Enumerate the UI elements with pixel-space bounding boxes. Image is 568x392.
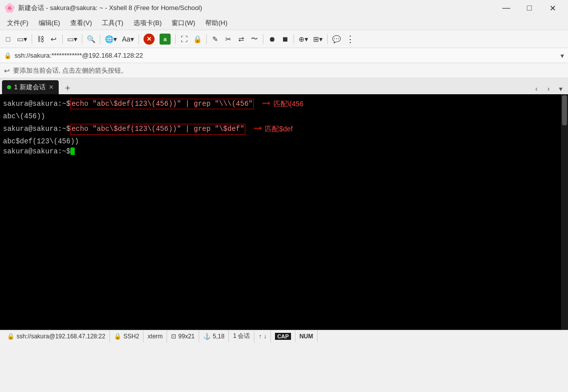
tab-add-button[interactable]: + <box>62 82 74 94</box>
tb-compose[interactable]: ✎ <box>209 32 221 46</box>
status-pos-icon: ⚓ <box>203 333 211 340</box>
close-button[interactable]: ✕ <box>541 0 564 16</box>
tb-separator-2 <box>62 34 63 44</box>
tb-separator-3 <box>82 34 82 44</box>
minimize-button[interactable]: — <box>495 0 518 16</box>
tb-plus[interactable]: ⊕▾ <box>297 32 310 46</box>
arrow-1: ⟶ <box>263 96 269 112</box>
xftp-green-icon: a <box>160 34 171 45</box>
tab-active-dot <box>7 85 11 89</box>
menu-view[interactable]: 查看(V) <box>65 18 97 29</box>
output-line2: abc$def(123\(456)) <box>3 137 558 147</box>
menu-edit[interactable]: 编辑(E) <box>34 18 65 29</box>
tb-edit2[interactable]: ✂ <box>222 32 234 46</box>
address-bar: 🔒 ssh://sakura:************@192.168.47.1… <box>0 48 568 63</box>
tb-font[interactable]: Aa▾ <box>120 32 136 46</box>
tb-rec2[interactable]: ⏹ <box>279 32 291 46</box>
menu-tabs[interactable]: 选项卡(B) <box>128 18 167 29</box>
info-bar: ↩ 要添加当前会话, 点击左侧的箭头按钮。 <box>0 63 568 78</box>
status-position: ⚓ 5,18 <box>199 330 229 342</box>
status-terminal-type: xterm <box>144 330 167 342</box>
xshell-red-icon: ✕ <box>144 34 155 45</box>
address-lock-icon: 🔒 <box>4 52 12 59</box>
terminal-container: sakura@sakura:~$ echo "abc\$def(123\(456… <box>0 94 568 330</box>
tb-separator-8 <box>263 34 263 44</box>
status-protocol-text: SSH2 <box>123 333 139 340</box>
arrow-2: ⟶ <box>254 121 261 137</box>
menu-tools[interactable]: 工具(T) <box>97 18 128 29</box>
status-num: NUM <box>296 330 318 342</box>
output-text-2: abc$def(123\(456)) <box>3 137 79 147</box>
app-icon: 🌸 <box>4 3 15 14</box>
tb-separator-9 <box>294 34 294 44</box>
status-sessions: 1 会话 <box>229 330 254 342</box>
status-cap: CAP <box>271 330 295 342</box>
status-size: ⊡ 99x21 <box>167 330 199 342</box>
address-dropdown[interactable]: ▾ <box>560 52 564 60</box>
tb-xftp-icon[interactable]: a <box>158 32 173 46</box>
info-text: 要添加当前会话, 点击左侧的箭头按钮。 <box>13 66 127 75</box>
tb-separator-7 <box>206 34 207 44</box>
tb-search[interactable]: 🔍 <box>85 32 97 46</box>
tb-lock[interactable]: 🔒 <box>191 32 204 46</box>
status-size-text: 99x21 <box>178 333 195 340</box>
tab-dropdown-button[interactable]: ▾ <box>555 83 566 94</box>
terminal-cursor: █ <box>70 147 74 157</box>
cmd-highlighted-2: echo "abc\$def(123\(456))" | grep "\$def… <box>70 124 245 135</box>
title-bar-controls: — □ ✕ <box>495 0 564 16</box>
status-protocol: 🔒 SSH2 <box>110 330 144 342</box>
prompt-text-5: sakura@sakura:~$ <box>3 147 70 157</box>
scrollbar-thumb[interactable] <box>562 95 567 125</box>
session-tab[interactable]: 1 新建会话 ✕ <box>2 80 59 94</box>
tb-pane[interactable]: ▭▾ <box>65 32 79 46</box>
tb-more-button[interactable]: ⋮ <box>344 32 357 46</box>
tab-bar: 1 新建会话 ✕ + ‹ › ▾ <box>0 78 568 94</box>
tb-separator-10 <box>327 34 328 44</box>
status-position-text: 5,18 <box>213 333 224 340</box>
status-sessions-text: 1 会话 <box>233 332 250 340</box>
tb-open[interactable]: ▭▾ <box>15 32 29 46</box>
status-terminal-text: xterm <box>148 333 163 340</box>
tb-grid[interactable]: ⊞▾ <box>311 32 325 46</box>
output-line1: abc\(456)) <box>3 112 558 122</box>
tb-link[interactable]: ⛓ <box>35 32 47 46</box>
tb-separator-5 <box>138 34 139 44</box>
menu-help[interactable]: 帮助(H) <box>200 18 232 29</box>
tab-next-button[interactable]: › <box>543 83 554 94</box>
terminal-scrollbar[interactable] <box>561 94 568 330</box>
tb-chat[interactable]: 💬 <box>330 32 343 46</box>
menu-file[interactable]: 文件(F) <box>2 18 34 29</box>
tb-fullscreen[interactable]: ⛶ <box>178 32 190 46</box>
prompt-line1: sakura@sakura:~$ <box>3 99 70 109</box>
tb-rec[interactable]: ⏺ <box>266 32 278 46</box>
output-text-1: abc\(456)) <box>3 112 45 122</box>
tab-navigation: ‹ › ▾ <box>531 83 566 94</box>
arrow-up-icon[interactable]: ↑ <box>258 333 261 340</box>
maximize-button[interactable]: □ <box>518 0 541 16</box>
arrow-down-icon[interactable]: ↓ <box>263 333 266 340</box>
annotation-1: 匹配\(456 <box>273 99 304 109</box>
tb-separator-1 <box>32 34 32 44</box>
title-bar: 🌸 新建会话 - sakura@sakura: ~ - Xshell 8 (Fr… <box>0 0 568 16</box>
status-lock-icon: 🔒 <box>7 333 15 340</box>
tab-prev-button[interactable]: ‹ <box>531 83 542 94</box>
terminal[interactable]: sakura@sakura:~$ echo "abc\$def(123\(456… <box>0 94 561 330</box>
cmd-highlighted-1: echo "abc\$def(123\(456))" | grep "\\\(4… <box>70 99 253 110</box>
prompt-line5: sakura@sakura:~$ █ <box>3 147 558 157</box>
tb-separator-4 <box>100 34 100 44</box>
menu-window[interactable]: 窗口(W) <box>167 18 200 29</box>
status-size-icon: ⊡ <box>171 333 176 340</box>
title-bar-text: 新建会话 - sakura@sakura: ~ - Xshell 8 (Free… <box>18 4 495 13</box>
tab-close-button[interactable]: ✕ <box>49 84 54 91</box>
cap-indicator: CAP <box>275 333 291 340</box>
status-bar: 🔒 ssh://sakura@192.168.47.128:22 🔒 SSH2 … <box>0 330 568 342</box>
tb-link2[interactable]: ↩ <box>48 32 60 46</box>
tb-wave[interactable]: 〜 <box>248 32 260 46</box>
num-indicator: NUM <box>300 333 313 340</box>
tb-new-session[interactable]: □ <box>2 32 14 46</box>
tb-transfer[interactable]: ⇄ <box>235 32 247 46</box>
status-ssh-address: 🔒 ssh://sakura@192.168.47.128:22 <box>3 330 110 342</box>
tb-separator-6 <box>175 34 176 44</box>
tb-xshell-icon[interactable]: ✕ <box>141 32 157 46</box>
tb-globe[interactable]: 🌐▾ <box>103 32 119 46</box>
